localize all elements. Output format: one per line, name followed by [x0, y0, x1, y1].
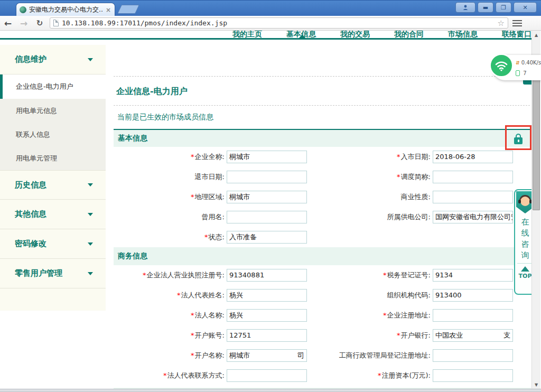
member-info-form: 基本信息 *企业全称: 桐城市 *入市日期: 2018-06-28 退市日期: …	[114, 129, 531, 389]
sidebar-item-contact-info[interactable]: 联系人信息	[0, 123, 106, 146]
input-registered-capital[interactable]	[433, 369, 513, 382]
input-power-supply-company[interactable]: 国网安徽省电力有限公司安	[433, 211, 513, 223]
form-row: *法人代表联系方式: *注册资本(万元):	[114, 366, 531, 386]
sidebar-item-power-unit-info[interactable]: 用电单元信息	[0, 99, 106, 123]
form-row: *开户名称: 桐城市司 工商行政管理局登记注册地址:	[114, 346, 531, 366]
nav-item-market-info[interactable]: 市场信息	[448, 31, 478, 38]
input-business-nature[interactable]	[433, 191, 513, 203]
input-former-name[interactable]	[227, 211, 307, 223]
window-bottom-frame	[0, 389, 541, 392]
new-tab-button[interactable]	[117, 5, 139, 14]
form-row: *企业法人营业执照注册号: 91340881 *税务登记证号: 9134	[114, 265, 531, 285]
sidebar-item-company-info[interactable]: 企业信息-电力用户	[0, 74, 106, 99]
main-content: 企业信息-电力用户 当前是已生效的市场成员信息 基本信息 *企业全称: 桐城市 …	[106, 45, 531, 389]
sidebar-section-password[interactable]: 密码修改	[0, 229, 106, 259]
form-row: 曾用名: 所属供电公司: 国网安徽省电力有限公司安	[114, 207, 531, 227]
page-body: 我的主页 基本信息 我的交易 我的合同 市场信息 联络窗口 单位：兆瓦, 兆瓦时…	[0, 31, 541, 389]
form-row: *开户账号: 12751 *开户银行: 中国农业支	[114, 325, 531, 346]
bookmark-star-icon[interactable]: ☆	[498, 18, 505, 28]
url-text[interactable]: 10.138.108.99:17011/pmos/index/index.jsp	[62, 19, 495, 27]
field-label: 开户账号:	[195, 331, 225, 339]
form-row: *状态: 入市准备	[114, 227, 531, 247]
form-row: *地理区域: 桐城市 商业性质:	[114, 187, 531, 207]
scrollbar-thumb[interactable]	[533, 79, 540, 210]
sidebar-item-power-unit-manage[interactable]: 用电单元管理	[0, 146, 106, 170]
chevron-down-icon	[88, 242, 93, 246]
chevron-down-icon	[88, 58, 93, 61]
back-button[interactable]: ←	[0, 18, 16, 29]
maximize-button[interactable]: ❐	[496, 2, 511, 13]
scroll-down-icon[interactable]: ▼	[532, 380, 540, 389]
nav-item-my-contracts[interactable]: 我的合同	[394, 31, 424, 38]
input-legal-rep-name[interactable]: 杨兴	[227, 289, 307, 302]
field-label: 退市日期:	[195, 173, 225, 181]
wifi-icon[interactable]	[489, 53, 514, 78]
sidebar-section-info-maintain[interactable]: 信息维护	[0, 45, 106, 74]
url-bar[interactable]: 10.138.108.99:17011/pmos/index/index.jsp…	[50, 17, 508, 29]
updown-arrows-icon: ⇵	[516, 60, 520, 66]
field-label: 曾用名:	[202, 213, 225, 221]
nav-underline	[0, 38, 531, 40]
back-to-top-label[interactable]: TOP	[519, 273, 532, 279]
section-header-basic: 基本信息	[114, 129, 531, 147]
field-label: 企业全称:	[195, 153, 225, 161]
input-tax-registration-no[interactable]: 9134	[433, 269, 513, 282]
sidebar-section-history[interactable]: 历史信息	[0, 170, 106, 200]
tab-close-icon[interactable]: ×	[106, 6, 111, 14]
field-label: 所属供电公司:	[387, 213, 431, 221]
minimize-button[interactable]: ▬	[478, 2, 493, 13]
reload-icon[interactable]: ↻	[32, 18, 48, 28]
input-dispatch-abbr[interactable]	[433, 171, 513, 183]
divider	[114, 76, 530, 77]
network-speed-widget[interactable]: ⇵ 0.40K/s 7	[492, 55, 541, 80]
sidebar-submenu: 企业信息-电力用户 用电单元信息 联系人信息 用电单元管理	[0, 74, 106, 170]
nav-item-home[interactable]: 我的主页	[232, 31, 262, 38]
input-industry-commerce-address[interactable]	[433, 349, 513, 362]
input-company-full-name[interactable]: 桐城市	[227, 151, 307, 163]
scroll-up-icon[interactable]: ▲	[532, 31, 540, 39]
input-company-registered-address[interactable]	[433, 309, 513, 322]
online-consult-label[interactable]: 在 线 咨 询	[521, 218, 529, 259]
vertical-scrollbar[interactable]: ▲ ▼	[531, 31, 540, 389]
input-bank-account-no[interactable]: 12751	[227, 329, 307, 342]
divider	[517, 263, 533, 264]
input-market-exit-date[interactable]	[227, 171, 307, 183]
nav-item-my-trades[interactable]: 我的交易	[340, 31, 370, 38]
back-to-top-arrow-icon[interactable]	[521, 266, 529, 272]
browser-tab[interactable]: 安徽电力交易中心电力交… ×	[16, 3, 115, 16]
nav-item-contact[interactable]: 联络窗口	[502, 31, 531, 38]
sidebar: 信息维护 企业信息-电力用户 用电单元信息 联系人信息 用电单元管理 历史信息 …	[0, 45, 106, 311]
input-account-holder-name[interactable]: 桐城市司	[227, 349, 307, 362]
battery-icon	[516, 70, 520, 76]
input-market-entry-date[interactable]: 2018-06-28	[433, 151, 513, 163]
field-label: 地理区域:	[195, 193, 225, 201]
field-label: 入市日期:	[401, 153, 431, 161]
browser-titlebar: 安徽电力交易中心电力交… × ▬ ❐ ✕	[0, 0, 541, 16]
sidebar-section-other[interactable]: 其他信息	[0, 200, 106, 229]
input-org-code[interactable]: 913400	[433, 289, 513, 302]
input-status[interactable]: 入市准备	[227, 231, 307, 244]
forward-button[interactable]: →	[16, 18, 32, 29]
site-favicon	[20, 6, 26, 13]
sidebar-section-retail-users[interactable]: 零售用户管理	[0, 259, 106, 288]
input-legal-rep-contact[interactable]	[227, 369, 307, 382]
field-label: 开户银行:	[401, 331, 431, 339]
field-label: 法人名称:	[195, 311, 225, 319]
tab-title: 安徽电力交易中心电力交…	[29, 5, 103, 14]
input-business-license-no[interactable]: 91340881	[227, 269, 307, 282]
field-label: 企业注册地址:	[387, 311, 431, 319]
field-label: 调度简称:	[401, 173, 431, 181]
field-label: 开户名称:	[195, 351, 225, 359]
input-geographic-area[interactable]: 桐城市	[227, 191, 307, 203]
profile-icon[interactable]	[455, 2, 475, 13]
browser-menu-icon[interactable]	[512, 20, 522, 26]
person-icon	[462, 4, 469, 11]
active-nav-caret	[299, 34, 305, 38]
input-bank-name[interactable]: 中国农业支	[433, 329, 513, 342]
input-legal-entity-name[interactable]: 杨兴	[227, 309, 307, 322]
window-controls: ▬ ❐ ✕	[455, 2, 537, 13]
form-row: *法人代表姓名: 杨兴 组织机构代码: 913400	[114, 285, 531, 305]
chevron-down-icon	[88, 272, 93, 275]
close-button[interactable]: ✕	[514, 2, 537, 13]
page-icon	[53, 20, 59, 26]
